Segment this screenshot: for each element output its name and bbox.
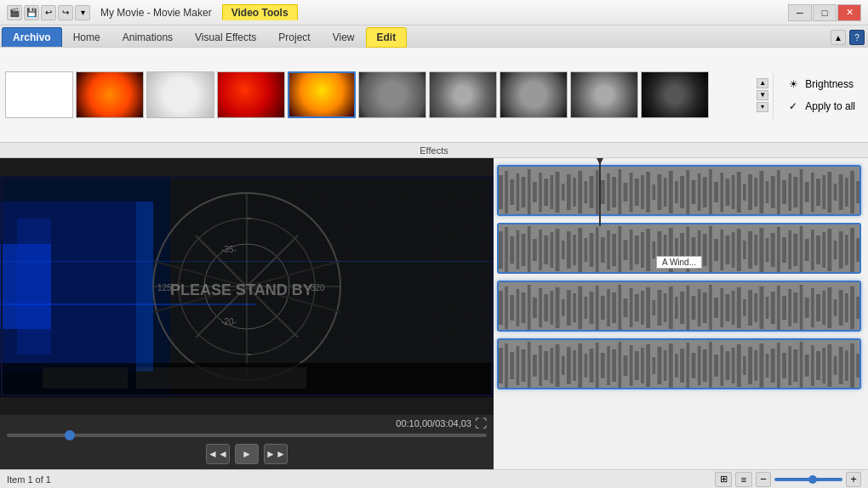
apply-to-all-button[interactable]: ✓ Apply to all (780, 97, 861, 116)
window-title: My Movie - Movie Maker (100, 7, 212, 19)
effect-thumb-cloud[interactable] (146, 71, 214, 118)
svg-rect-81 (732, 175, 735, 209)
tab-archivo[interactable]: Archivo (2, 27, 62, 47)
tab-visual-effects[interactable]: Visual Effects (184, 27, 267, 47)
close-button[interactable]: ✕ (837, 4, 861, 21)
svg-rect-239 (522, 349, 526, 382)
track-label-2: A Wind... (656, 256, 702, 269)
svg-rect-248 (573, 350, 576, 381)
tab-view[interactable]: View (322, 27, 366, 47)
effects-scroll-down[interactable]: ▼ (757, 90, 768, 100)
svg-rect-51 (562, 184, 565, 201)
svg-rect-97 (822, 175, 825, 209)
effect-thumb-blank[interactable] (5, 71, 73, 118)
maximize-button[interactable]: □ (813, 4, 837, 21)
brightness-button[interactable]: ☀ Brightness (780, 75, 861, 94)
play-button[interactable]: ► (235, 444, 259, 464)
svg-rect-52 (567, 174, 571, 210)
zoom-in-button[interactable]: + (846, 472, 861, 487)
svg-rect-47 (539, 173, 542, 212)
svg-rect-267 (680, 349, 684, 383)
seek-thumb[interactable] (65, 430, 75, 440)
effect-thumb-grey4[interactable] (570, 71, 638, 118)
tab-home[interactable]: Home (62, 27, 111, 47)
collapse-ribbon-icon[interactable]: ▲ (831, 30, 846, 45)
timeline-scroll[interactable]: A Wind... (494, 158, 868, 469)
svg-rect-250 (585, 354, 588, 377)
tab-edit[interactable]: Edit (366, 27, 408, 48)
effect-thumb-orange[interactable] (76, 71, 144, 118)
svg-rect-61 (619, 169, 622, 215)
app-icon: 🎬 (7, 5, 22, 20)
svg-rect-70 (669, 171, 673, 213)
forward-button[interactable]: ►► (264, 444, 288, 464)
timeline-area: A Wind... (494, 158, 868, 469)
svg-rect-189 (607, 289, 610, 326)
effects-scroll-up[interactable]: ▲ (757, 78, 768, 88)
track-clip-1[interactable] (497, 165, 861, 216)
svg-rect-59 (607, 173, 610, 211)
svg-rect-223 (800, 285, 803, 331)
playback-controls: ◄◄ ► ►► (0, 440, 494, 469)
svg-rect-96 (816, 179, 820, 206)
undo-icon[interactable]: ↩ (41, 5, 56, 20)
svg-rect-64 (635, 179, 639, 206)
save-icon[interactable]: 💾 (24, 5, 39, 20)
seek-bar[interactable] (7, 434, 487, 437)
svg-rect-243 (544, 351, 548, 380)
track-clip-3[interactable] (497, 281, 861, 332)
effects-scroll-more[interactable]: ▾ (757, 102, 768, 112)
waveform-3 (499, 282, 859, 332)
svg-rect-172 (510, 295, 514, 321)
brightness-icon: ☀ (786, 77, 800, 91)
svg-rect-174 (522, 292, 526, 323)
waveform-4 (499, 340, 859, 389)
timeline-track-4[interactable] (497, 338, 861, 389)
effect-thumb-dark[interactable] (641, 71, 709, 118)
zoom-slider[interactable] (774, 478, 842, 481)
effect-thumb-grey3[interactable] (500, 71, 568, 118)
track-clip-4[interactable] (497, 338, 861, 389)
svg-rect-173 (517, 289, 520, 326)
timeline-track-2[interactable]: A Wind... (497, 223, 861, 274)
svg-rect-78 (714, 182, 718, 202)
effect-thumb-grey1[interactable] (358, 71, 426, 118)
track-clip-2[interactable]: A Wind... (497, 223, 861, 274)
svg-rect-257 (624, 355, 628, 376)
minimize-button[interactable]: ─ (788, 4, 812, 21)
tab-animations[interactable]: Animations (111, 27, 184, 47)
fullscreen-button[interactable]: ⛶ (475, 417, 487, 430)
waveform-1 (499, 167, 859, 216)
svg-rect-233 (856, 297, 859, 319)
help-icon[interactable]: ? (849, 30, 865, 45)
svg-rect-178 (544, 294, 548, 321)
status-icon-btn-1[interactable]: ⊞ (715, 472, 732, 487)
svg-rect-235 (499, 348, 503, 383)
svg-rect-127 (624, 240, 628, 260)
status-icon-btn-2[interactable]: ≡ (735, 472, 752, 487)
dropdown-icon[interactable]: ▾ (75, 5, 90, 20)
svg-text:320: 320 (311, 283, 325, 292)
effect-thumb-flower-red[interactable] (217, 71, 285, 118)
rewind-button[interactable]: ◄◄ (206, 444, 230, 464)
svg-rect-238 (517, 346, 520, 385)
svg-rect-54 (578, 171, 582, 213)
svg-rect-99 (834, 184, 837, 201)
svg-rect-82 (737, 172, 741, 213)
svg-rect-276 (732, 348, 735, 383)
effect-thumb-grey2[interactable] (429, 71, 497, 118)
tab-project[interactable]: Project (267, 27, 321, 47)
zoom-slider-thumb[interactable] (808, 475, 817, 484)
svg-rect-213 (743, 299, 746, 316)
svg-rect-90 (782, 180, 786, 204)
redo-icon[interactable]: ↪ (58, 5, 73, 20)
effect-thumb-flower-yellow[interactable] (288, 71, 356, 118)
svg-rect-57 (596, 170, 599, 214)
svg-rect-187 (596, 286, 599, 330)
timeline-track-3[interactable] (497, 281, 861, 332)
timeline-track-1[interactable] (497, 165, 861, 216)
svg-rect-113 (544, 235, 548, 264)
svg-rect-253 (601, 353, 605, 378)
zoom-out-button[interactable]: − (756, 472, 771, 487)
svg-rect-289 (805, 355, 809, 377)
